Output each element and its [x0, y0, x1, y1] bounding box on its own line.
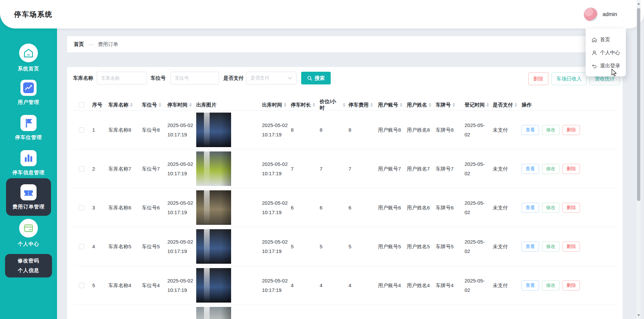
delete-button[interactable]: 删除 — [562, 203, 580, 213]
column-header-garage[interactable]: 车库名称 — [105, 102, 139, 108]
column-header-fee[interactable]: 停车费用 — [345, 102, 375, 108]
cell-account: 用户账号6 — [375, 203, 404, 212]
cell-actions: 查看修改删除 — [519, 164, 616, 174]
column-header-username[interactable]: 用户姓名 — [404, 102, 433, 108]
column-label: 序号 — [92, 102, 102, 108]
sort-carets[interactable] — [429, 103, 431, 107]
scrollbar-thumb[interactable] — [637, 8, 640, 201]
delete-button[interactable]: 删除 — [562, 164, 580, 174]
exit-photo-corridor[interactable] — [196, 268, 231, 303]
column-header-spot[interactable]: 车位号 — [139, 102, 164, 108]
cell-spot: 车位号8 — [139, 125, 164, 135]
cell-account: 用户账号8 — [375, 125, 404, 135]
column-header-duration[interactable]: 停车时长 — [288, 102, 317, 108]
sort-carets[interactable] — [189, 103, 192, 107]
dropdown-item-logout[interactable]: 退出登录 — [586, 59, 626, 72]
column-header-select — [74, 102, 89, 108]
user-menu-trigger[interactable]: admin — [584, 0, 617, 28]
cell-duration: 4 — [288, 281, 317, 290]
exit-photo-corridor[interactable] — [196, 229, 231, 264]
dropdown-item-home[interactable]: 首页 — [586, 33, 626, 46]
column-header-photo: 出库图片 — [193, 102, 259, 108]
sidebar-item-fee-orders[interactable]: 费用订单管理 — [0, 184, 57, 210]
row-checkbox[interactable] — [79, 205, 84, 210]
exit-photo-corridor[interactable] — [196, 113, 231, 147]
chevron-down-icon — [288, 77, 292, 79]
sort-carets[interactable] — [370, 103, 373, 107]
cell-spot: 车位号4 — [139, 281, 164, 290]
sort-carets[interactable] — [130, 103, 133, 107]
home-icon — [19, 44, 38, 62]
row-checkbox[interactable] — [79, 127, 84, 133]
column-header-park_time[interactable]: 停车时间 — [164, 102, 193, 108]
edit-button[interactable]: 修改 — [542, 203, 559, 213]
dropdown-item-label: 首页 — [600, 37, 610, 43]
sidebar-item-label: 个人中心 — [0, 241, 57, 247]
column-header-account[interactable]: 用户账号 — [375, 102, 404, 108]
sidebar-item-personal-center[interactable]: 个人中心 — [0, 219, 57, 247]
user-avatar[interactable] — [584, 7, 598, 21]
wallet-card-icon — [19, 219, 38, 238]
exit-photo-garage-lights[interactable] — [196, 190, 231, 225]
scroll-down-arrow-icon[interactable] — [637, 314, 640, 316]
delete-button[interactable]: 删除 — [562, 242, 580, 252]
view-button[interactable]: 查看 — [522, 125, 539, 135]
cell-actions: 查看修改删除 — [519, 125, 616, 135]
bar-chart-icon — [20, 150, 37, 166]
sort-carets[interactable] — [515, 103, 517, 107]
batch-delete-button[interactable]: 删除 — [528, 72, 548, 85]
dropdown-item-personal-center[interactable]: 个人中心 — [586, 46, 626, 59]
column-header-plate[interactable]: 车牌号 — [433, 102, 462, 108]
edit-button[interactable]: 修改 — [542, 164, 559, 174]
exit-photo-yellow-wall[interactable] — [196, 307, 231, 319]
view-button[interactable]: 查看 — [522, 164, 539, 174]
edit-button[interactable]: 修改 — [542, 280, 559, 291]
sidebar-item-user-management[interactable]: 用户管理 — [0, 80, 57, 106]
column-header-price[interactable]: 价位/小时 — [317, 99, 345, 111]
exit-photo-white-car[interactable] — [196, 151, 231, 186]
spot-number-input[interactable] — [170, 72, 219, 84]
sidebar-item-parking-space[interactable]: 停车位管理 — [0, 115, 57, 141]
sort-carets[interactable] — [284, 103, 286, 107]
view-button[interactable]: 查看 — [522, 242, 539, 252]
breadcrumb-home[interactable]: 首页 — [74, 41, 84, 48]
row-checkbox[interactable] — [79, 244, 84, 249]
sort-carets[interactable] — [486, 103, 489, 107]
view-button[interactable]: 查看 — [522, 280, 539, 291]
flag-icon — [20, 115, 37, 131]
row-checkbox[interactable] — [79, 283, 84, 288]
sort-carets[interactable] — [159, 103, 161, 107]
sidebar-item-system-home[interactable]: 系统首页 — [0, 44, 57, 72]
ticket-icon — [20, 184, 37, 200]
submenu-personal-info[interactable]: 个人信息 — [5, 267, 52, 274]
personal-center-submenu: 修改密码 个人信息 — [5, 254, 52, 277]
edit-button[interactable]: 修改 — [542, 242, 559, 252]
cell-out_time: 2025-05-02 10:17:19 — [259, 160, 288, 178]
search-button[interactable]: 搜索 — [301, 72, 331, 84]
dropdown-item-label: 退出登录 — [600, 63, 620, 69]
column-header-reg_time[interactable]: 登记时间 — [462, 102, 490, 108]
sort-carets[interactable] — [400, 103, 402, 107]
sort-carets[interactable] — [452, 103, 455, 107]
sidebar-item-parking-info[interactable]: 停车信息管理 — [0, 150, 57, 176]
sort-carets[interactable] — [313, 103, 315, 107]
garage-name-input[interactable] — [97, 72, 147, 84]
sort-carets[interactable] — [343, 103, 345, 107]
paid-status-select[interactable]: 是否支付 — [246, 72, 297, 84]
column-header-paid[interactable]: 是否支付 — [490, 102, 519, 108]
edit-button[interactable]: 修改 — [542, 125, 559, 135]
select-all-checkbox[interactable] — [79, 102, 84, 108]
submenu-change-password[interactable]: 修改密码 — [5, 258, 52, 264]
cell-garage: 车库名称6 — [105, 203, 139, 212]
search-icon — [307, 76, 312, 81]
daily-income-button[interactable]: 车场日收入 — [551, 72, 587, 85]
view-button[interactable]: 查看 — [522, 203, 539, 213]
scroll-up-arrow-icon[interactable] — [637, 3, 640, 5]
vertical-scrollbar[interactable] — [637, 0, 641, 319]
paid-status-label: 是否支付 — [223, 75, 244, 81]
delete-button[interactable]: 删除 — [562, 280, 580, 291]
row-checkbox[interactable] — [79, 166, 84, 172]
delete-button[interactable]: 删除 — [562, 125, 580, 135]
column-header-out_time[interactable]: 出库时间 — [259, 102, 288, 108]
cell-price: 6 — [317, 203, 345, 212]
